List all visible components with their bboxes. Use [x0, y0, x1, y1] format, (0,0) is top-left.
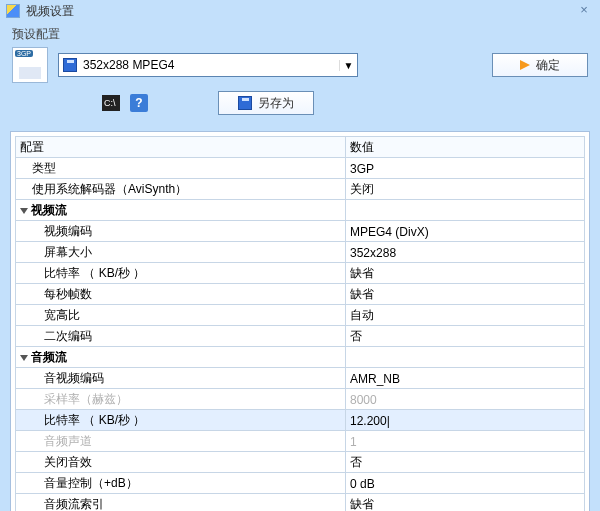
- row-name[interactable]: 使用系统解码器（AviSynth）: [16, 179, 346, 200]
- titlebar: 视频设置 ×: [0, 0, 600, 22]
- window-title: 视频设置: [26, 3, 74, 20]
- preset-section-label: 预设配置: [12, 26, 588, 43]
- table-row[interactable]: 使用系统解码器（AviSynth）关闭: [16, 179, 585, 200]
- group-row[interactable]: 音频流: [16, 347, 585, 368]
- col-header-value[interactable]: 数值: [346, 137, 585, 158]
- table-row[interactable]: 关闭音效否: [16, 452, 585, 473]
- table-row[interactable]: 音量控制（+dB）0 dB: [16, 473, 585, 494]
- save-as-label: 另存为: [258, 95, 294, 112]
- row-value[interactable]: AMR_NB: [346, 368, 585, 389]
- row-value[interactable]: MPEG4 (DivX): [346, 221, 585, 242]
- ok-button[interactable]: 确定: [492, 53, 588, 77]
- floppy-icon: [63, 58, 77, 72]
- row-value[interactable]: 12.200: [346, 410, 585, 431]
- table-row[interactable]: 比特率 （ KB/秒 ）12.200: [16, 410, 585, 431]
- floppy-icon: [238, 96, 252, 110]
- arrow-right-icon: [520, 60, 530, 70]
- row-value[interactable]: 否: [346, 452, 585, 473]
- row-name[interactable]: 音频流索引: [16, 494, 346, 512]
- col-header-name[interactable]: 配置: [16, 137, 346, 158]
- row-value[interactable]: 缺省: [346, 263, 585, 284]
- row-name[interactable]: 比特率 （ KB/秒 ）: [16, 410, 346, 431]
- row-name[interactable]: 宽高比: [16, 305, 346, 326]
- row-name: 音频声道: [16, 431, 346, 452]
- preset-3gp-icon: [12, 47, 48, 83]
- row-name[interactable]: 音视频编码: [16, 368, 346, 389]
- preset-dropdown-value: 352x288 MPEG4: [83, 58, 339, 72]
- table-row[interactable]: 比特率 （ KB/秒 ）缺省: [16, 263, 585, 284]
- row-value: 1: [346, 431, 585, 452]
- app-icon: [6, 4, 20, 18]
- table-row[interactable]: 每秒帧数缺省: [16, 284, 585, 305]
- row-value[interactable]: 自动: [346, 305, 585, 326]
- chevron-down-icon: ▼: [339, 60, 357, 71]
- close-button[interactable]: ×: [576, 2, 592, 17]
- row-name[interactable]: 音量控制（+dB）: [16, 473, 346, 494]
- row-name[interactable]: 视频编码: [16, 221, 346, 242]
- row-value[interactable]: 3GP: [346, 158, 585, 179]
- group-row[interactable]: 视频流: [16, 200, 585, 221]
- expand-open-icon[interactable]: [20, 355, 28, 361]
- row-value[interactable]: 否: [346, 326, 585, 347]
- console-icon[interactable]: C:\: [102, 95, 120, 111]
- row-name[interactable]: 视频流: [16, 200, 346, 221]
- row-name[interactable]: 类型: [16, 158, 346, 179]
- table-row: 音频声道1: [16, 431, 585, 452]
- row-name[interactable]: 关闭音效: [16, 452, 346, 473]
- row-value[interactable]: 关闭: [346, 179, 585, 200]
- table-row[interactable]: 视频编码MPEG4 (DivX): [16, 221, 585, 242]
- table-row: 采样率（赫兹）8000: [16, 389, 585, 410]
- row-name[interactable]: 比特率 （ KB/秒 ）: [16, 263, 346, 284]
- row-value[interactable]: 352x288: [346, 242, 585, 263]
- table-row[interactable]: 二次编码否: [16, 326, 585, 347]
- ok-button-label: 确定: [536, 57, 560, 74]
- property-grid: 配置 数值 类型3GP使用系统解码器（AviSynth）关闭视频流视频编码MPE…: [10, 131, 590, 511]
- row-value: 8000: [346, 389, 585, 410]
- table-row[interactable]: 宽高比自动: [16, 305, 585, 326]
- table-row[interactable]: 音频流索引缺省: [16, 494, 585, 512]
- expand-open-icon[interactable]: [20, 208, 28, 214]
- preset-dropdown[interactable]: 352x288 MPEG4 ▼: [58, 53, 358, 77]
- row-value[interactable]: 缺省: [346, 284, 585, 305]
- row-name[interactable]: 屏幕大小: [16, 242, 346, 263]
- save-as-button[interactable]: 另存为: [218, 91, 314, 115]
- preset-section: 预设配置 352x288 MPEG4 ▼ 确定 C:\ ? 另存为: [0, 22, 600, 121]
- row-value[interactable]: 缺省: [346, 494, 585, 512]
- help-icon[interactable]: ?: [130, 94, 148, 112]
- row-value[interactable]: [346, 200, 585, 221]
- table-row[interactable]: 类型3GP: [16, 158, 585, 179]
- row-value[interactable]: 0 dB: [346, 473, 585, 494]
- row-name[interactable]: 二次编码: [16, 326, 346, 347]
- table-row[interactable]: 屏幕大小352x288: [16, 242, 585, 263]
- row-value[interactable]: [346, 347, 585, 368]
- row-name[interactable]: 音频流: [16, 347, 346, 368]
- row-name: 采样率（赫兹）: [16, 389, 346, 410]
- table-row[interactable]: 音视频编码AMR_NB: [16, 368, 585, 389]
- row-name[interactable]: 每秒帧数: [16, 284, 346, 305]
